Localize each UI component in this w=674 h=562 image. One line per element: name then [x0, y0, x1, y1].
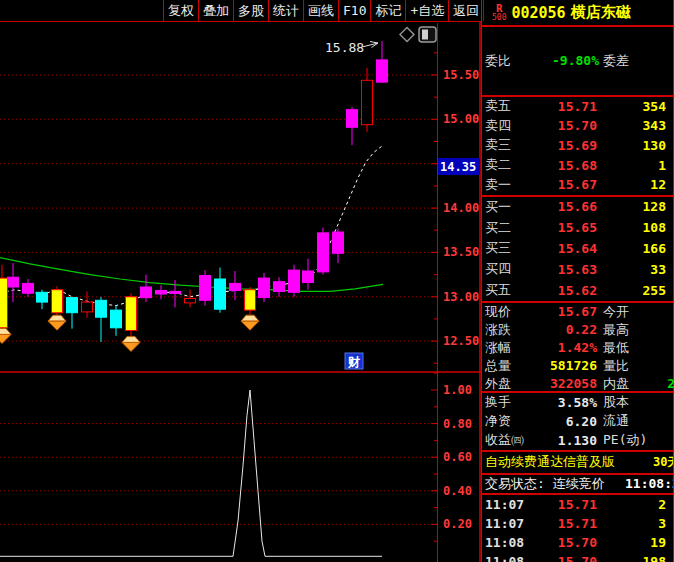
status-clock: 11:08:2	[625, 476, 673, 491]
axis-label: 0.60	[443, 450, 472, 464]
candle[interactable]	[82, 302, 93, 312]
menu-item-huaxian[interactable]: 画线	[303, 0, 338, 21]
quote-stats-block: 现价 15.67 今开 涨跌 0.22 最高 涨幅 1.42% 最低 总量 58…	[482, 303, 673, 393]
stat-row: 涨跌 0.22 最高	[482, 321, 673, 339]
candle[interactable]	[362, 80, 373, 124]
rights-badge: R 500	[492, 3, 506, 22]
bid-row[interactable]: 买三 15.64 166	[482, 238, 673, 259]
quote-panel: R 500 002056 横店东磁 委比 -9.80% 委差 卖五 15.71 …	[481, 0, 674, 562]
menu-item-tongji[interactable]: 统计	[268, 0, 303, 21]
stock-name: 横店东磁	[571, 3, 631, 22]
stat-row: 收益㈣ 1.130 PE(动)	[482, 431, 673, 450]
candle[interactable]	[347, 110, 358, 128]
tick-list: 11:07 15.71 2 11:07 15.71 3 11:08 15.70 …	[482, 495, 673, 562]
candle[interactable]	[377, 60, 388, 82]
weibi-value: -9.80%	[552, 53, 599, 68]
menu-item-biaoji[interactable]: 标记	[370, 0, 405, 21]
tick-row[interactable]: 11:07 15.71 3	[482, 514, 673, 533]
menu-item-diejia[interactable]: 叠加	[198, 0, 233, 21]
candle[interactable]	[0, 278, 8, 328]
candle[interactable]	[111, 310, 122, 328]
candle[interactable]	[23, 283, 34, 293]
fundamental-stats-block: 换手 3.58% 股本 净资 6.20 流通 收益㈣ 1.130 PE(动)	[482, 393, 673, 452]
diamond-icon[interactable]	[400, 28, 414, 42]
tick-row[interactable]: 11:07 15.71 2	[482, 495, 673, 514]
candle[interactable]	[245, 290, 256, 310]
bid-row[interactable]: 买一 15.66 128	[482, 197, 673, 218]
axis-label: 0.40	[443, 484, 472, 498]
menu-item-f10[interactable]: F10	[338, 0, 370, 21]
sub-indicator-line	[0, 390, 382, 556]
candle[interactable]	[67, 298, 78, 313]
bid-row[interactable]: 买二 15.65 108	[482, 217, 673, 238]
ma-line-dashed	[0, 146, 382, 306]
ask-row[interactable]: 卖四 15.70 343	[482, 116, 673, 136]
ask-levels: 卖五 15.71 354 卖四 15.70 343 卖三 15.69 130 卖…	[482, 97, 673, 197]
weicha-label: 委差	[603, 52, 629, 70]
signal-diamond-icon	[48, 315, 66, 321]
signal-diamond-icon	[0, 328, 11, 334]
menu-item-duogu[interactable]: 多股	[233, 0, 268, 21]
stat-row: 净资 6.20 流通	[482, 412, 673, 431]
trading-status-bar: 交易状态: 连续竞价 11:08:2	[482, 475, 673, 495]
bid-row[interactable]: 买五 15.62 255	[482, 280, 673, 301]
candle[interactable]	[289, 270, 300, 292]
tick-row[interactable]: 11:08 15.70 198	[482, 552, 673, 562]
menu-item-zixuan[interactable]: +自选	[405, 0, 448, 21]
ask-row[interactable]: 卖三 15.69 130	[482, 136, 673, 156]
menu-item-fuquan[interactable]: 复权	[163, 0, 198, 21]
axis-label: 0.20	[443, 517, 472, 531]
axis-label: 14.00	[443, 201, 479, 215]
price-marker-label: 14.35	[440, 160, 476, 174]
candle[interactable]	[52, 290, 63, 313]
stat-row: 外盘 322058 内盘 2	[482, 375, 673, 393]
weibi-label: 委比	[485, 52, 511, 70]
menu-item-fanhui[interactable]: 返回	[448, 0, 484, 21]
candle[interactable]	[126, 297, 137, 331]
candle[interactable]	[170, 291, 181, 293]
candle[interactable]	[141, 287, 152, 298]
ask-row[interactable]: 卖五 15.71 354	[482, 97, 673, 117]
signal-diamond-icon	[241, 321, 259, 330]
candle[interactable]	[156, 291, 167, 295]
signal-diamond-icon	[122, 342, 140, 351]
ask-row[interactable]: 卖一 15.67 12	[482, 175, 673, 195]
axis-label: 13.50	[443, 245, 479, 259]
stat-row: 换手 3.58% 股本	[482, 393, 673, 412]
high-price-annotation: 15.88	[325, 40, 364, 55]
candle[interactable]	[8, 277, 19, 287]
axis-label: 0.80	[443, 417, 472, 431]
candle[interactable]	[274, 282, 285, 292]
candle[interactable]	[259, 278, 270, 298]
renewal-ad-banner[interactable]: 自动续费通达信普及版 30天	[482, 452, 673, 475]
candle[interactable]	[215, 279, 226, 309]
candle[interactable]	[333, 232, 344, 253]
annotation-arrow	[370, 42, 378, 44]
bid-row[interactable]: 买四 15.63 33	[482, 259, 673, 280]
ask-row[interactable]: 卖二 15.68 1	[482, 155, 673, 175]
signal-diamond-icon	[122, 336, 140, 342]
weibi-row: 委比 -9.80% 委差	[482, 27, 673, 97]
top-menu-bar: 复权 叠加 多股 统计 画线 F10 标记 +自选 返回	[0, 0, 481, 22]
axis-label: 13.00	[443, 290, 479, 304]
panel-toggle-icon-fill	[422, 30, 428, 40]
clipped-value: 2	[667, 376, 674, 391]
stat-row: 总量 581726 量比	[482, 357, 673, 375]
stat-row: 涨幅 1.42% 最低	[482, 339, 673, 357]
main-chart[interactable]: 15.5015.0014.0013.5013.0012.5014.351.000…	[0, 0, 481, 562]
signal-diamond-icon	[241, 315, 259, 321]
stock-header: R 500 002056 横店东磁	[482, 0, 673, 27]
candle[interactable]	[200, 276, 211, 301]
axis-label: 15.50	[443, 68, 479, 82]
candle[interactable]	[37, 292, 48, 302]
candle[interactable]	[318, 233, 329, 272]
tdx-stock-window: 15.5015.0014.0013.5013.0012.5014.351.000…	[0, 0, 674, 562]
stat-row: 现价 15.67 今开	[482, 303, 673, 321]
candle[interactable]	[230, 283, 241, 290]
tick-row[interactable]: 11:08 15.70 19	[482, 533, 673, 552]
signal-diamond-icon	[48, 321, 66, 330]
candle[interactable]	[185, 299, 196, 303]
candle[interactable]	[96, 300, 107, 317]
axis-label: 1.00	[443, 383, 472, 397]
candle[interactable]	[303, 271, 314, 283]
